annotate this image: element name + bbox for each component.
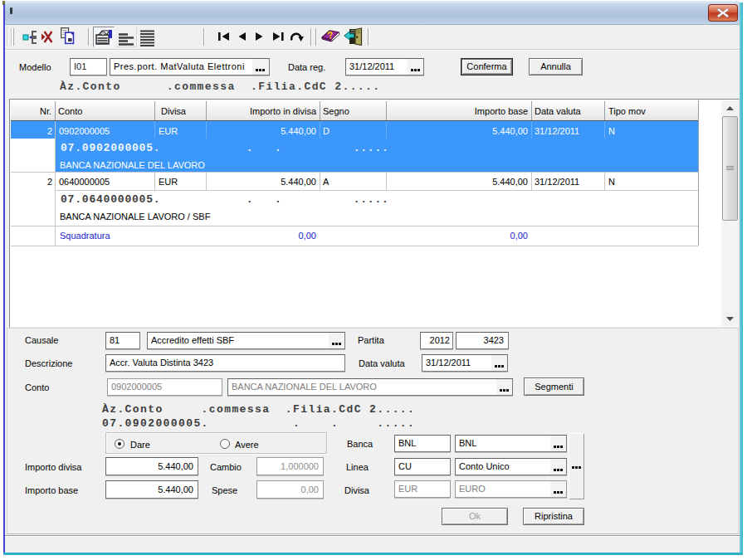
- svg-text:?: ?: [326, 29, 334, 41]
